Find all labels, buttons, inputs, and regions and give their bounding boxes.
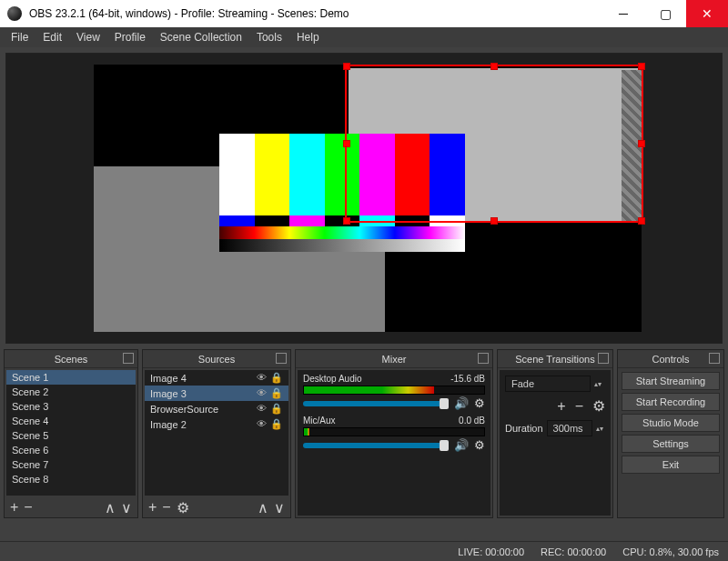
resize-handle-nw[interactable] [343, 63, 350, 70]
resize-handle-ne[interactable] [638, 63, 645, 70]
source-properties-button[interactable]: ⚙ [177, 499, 189, 516]
menu-help[interactable]: Help [289, 31, 327, 44]
settings-button[interactable]: Settings [622, 435, 720, 453]
remove-source-button[interactable]: − [162, 499, 170, 516]
selection-box[interactable] [345, 65, 643, 223]
audio-meter [303, 386, 485, 395]
start-streaming-button[interactable]: Start Streaming [622, 372, 720, 390]
resize-handle-s[interactable] [490, 217, 498, 225]
audio-meter [303, 427, 485, 436]
channel-name: Mic/Aux [303, 416, 336, 426]
gear-icon[interactable]: ⚙ [474, 396, 485, 410]
app-icon [7, 6, 22, 21]
scene-item[interactable]: Scene 5 [6, 428, 136, 443]
window-title: OBS 23.2.1 (64-bit, windows) - Profile: … [29, 7, 602, 20]
source-item[interactable]: Image 2👁🔒 [145, 416, 288, 432]
preview-canvas[interactable] [94, 65, 642, 332]
scene-item[interactable]: Scene 6 [6, 443, 136, 457]
eye-icon[interactable]: 👁 [257, 372, 267, 384]
duration-spinner[interactable]: ▴▾ [596, 425, 605, 433]
volume-slider[interactable] [303, 443, 449, 448]
remove-transition-button[interactable]: − [575, 398, 583, 415]
menu-edit[interactable]: Edit [35, 31, 69, 44]
controls-panel: Controls Start Streaming Start Recording… [617, 349, 724, 518]
source-item[interactable]: BrowserSource👁🔒 [145, 401, 288, 416]
transition-dropdown-icon[interactable]: ▴▾ [594, 380, 605, 388]
transition-properties-button[interactable]: ⚙ [592, 397, 605, 415]
minimize-button[interactable]: ─ [602, 0, 644, 27]
sources-panel: Sources Image 4👁🔒 Image 3👁🔒 BrowserSourc… [142, 349, 291, 518]
mixer-channel: Mic/Aux0.0 dB 🔊 ⚙ [303, 416, 485, 452]
scene-item[interactable]: Scene 4 [6, 414, 136, 428]
gear-icon[interactable]: ⚙ [474, 438, 485, 452]
resize-handle-n[interactable] [490, 63, 498, 70]
channel-level: 0.0 dB [459, 416, 485, 426]
add-source-button[interactable]: + [148, 499, 157, 516]
scene-item[interactable]: Scene 8 [6, 472, 136, 486]
lock-icon[interactable]: 🔒 [270, 387, 283, 399]
remove-scene-button[interactable]: − [24, 499, 32, 516]
mixer-panel: Mixer Desktop Audio-15.6 dB 🔊 ⚙ Mic/Aux0… [295, 349, 493, 518]
titlebar: OBS 23.2.1 (64-bit, windows) - Profile: … [0, 0, 728, 27]
scene-item[interactable]: Scene 7 [6, 457, 136, 472]
lock-icon[interactable]: 🔒 [270, 418, 283, 430]
scene-up-button[interactable]: ∧ [105, 499, 116, 516]
sources-list[interactable]: Image 4👁🔒 Image 3👁🔒 BrowserSource👁🔒 Imag… [145, 370, 288, 496]
resize-handle-sw[interactable] [343, 217, 350, 225]
exit-button[interactable]: Exit [622, 456, 720, 474]
speaker-icon[interactable]: 🔊 [454, 396, 469, 410]
duration-input[interactable]: 300ms [547, 420, 592, 436]
controls-title: Controls [652, 354, 690, 365]
source-up-button[interactable]: ∧ [258, 499, 268, 516]
duration-label: Duration [505, 423, 543, 434]
source-gray-1[interactable] [94, 166, 221, 332]
maximize-button[interactable]: ▢ [644, 0, 686, 27]
lock-icon[interactable]: 🔒 [270, 372, 283, 384]
speaker-icon[interactable]: 🔊 [454, 438, 469, 452]
lock-icon[interactable]: 🔒 [270, 403, 283, 415]
mixer-channel: Desktop Audio-15.6 dB 🔊 ⚙ [303, 374, 485, 410]
scene-item[interactable]: Scene 1 [6, 370, 136, 385]
resize-handle-se[interactable] [638, 217, 645, 225]
dock-icon[interactable] [598, 353, 609, 364]
studio-mode-button[interactable]: Studio Mode [622, 414, 720, 432]
source-item[interactable]: Image 4👁🔒 [145, 370, 288, 386]
transitions-panel: Scene Transitions Fade ▴▾ + − ⚙ Duration… [497, 349, 613, 518]
close-button[interactable]: ✕ [686, 0, 728, 27]
menu-file[interactable]: File [4, 31, 35, 44]
resize-handle-e[interactable] [638, 140, 645, 147]
mixer-title: Mixer [382, 354, 407, 365]
scene-item[interactable]: Scene 3 [6, 399, 136, 414]
menu-tools[interactable]: Tools [249, 31, 289, 44]
scenes-list[interactable]: Scene 1 Scene 2 Scene 3 Scene 4 Scene 5 … [6, 370, 136, 496]
source-item[interactable]: Image 3👁🔒 [145, 386, 288, 401]
dock-icon[interactable] [709, 353, 720, 364]
add-transition-button[interactable]: + [557, 398, 565, 415]
menu-view[interactable]: View [69, 31, 107, 44]
preview-area[interactable] [5, 53, 723, 344]
add-scene-button[interactable]: + [10, 499, 18, 516]
resize-handle-w[interactable] [343, 140, 350, 147]
dock-icon[interactable] [478, 353, 489, 364]
dock-icon[interactable] [276, 353, 287, 364]
channel-name: Desktop Audio [303, 374, 362, 384]
transition-select[interactable]: Fade [505, 376, 591, 392]
scenes-panel: Scenes Scene 1 Scene 2 Scene 3 Scene 4 S… [4, 349, 138, 518]
scene-down-button[interactable]: ∨ [121, 499, 132, 516]
dock-icon[interactable] [123, 353, 134, 364]
volume-slider[interactable] [303, 401, 449, 406]
start-recording-button[interactable]: Start Recording [622, 393, 720, 411]
menu-profile[interactable]: Profile [107, 31, 153, 44]
scenes-title: Scenes [55, 354, 88, 365]
menu-scene-collection[interactable]: Scene Collection [153, 31, 249, 44]
eye-icon[interactable]: 👁 [257, 418, 267, 430]
source-down-button[interactable]: ∨ [274, 499, 285, 516]
eye-icon[interactable]: 👁 [257, 387, 267, 399]
eye-icon[interactable]: 👁 [257, 403, 267, 415]
channel-level: -15.6 dB [450, 374, 485, 384]
status-rec: REC: 00:00:00 [541, 546, 606, 557]
menu-bar: File Edit View Profile Scene Collection … [0, 27, 728, 47]
status-live: LIVE: 00:00:00 [458, 546, 524, 557]
transitions-title: Scene Transitions [515, 354, 594, 365]
scene-item[interactable]: Scene 2 [6, 385, 136, 399]
